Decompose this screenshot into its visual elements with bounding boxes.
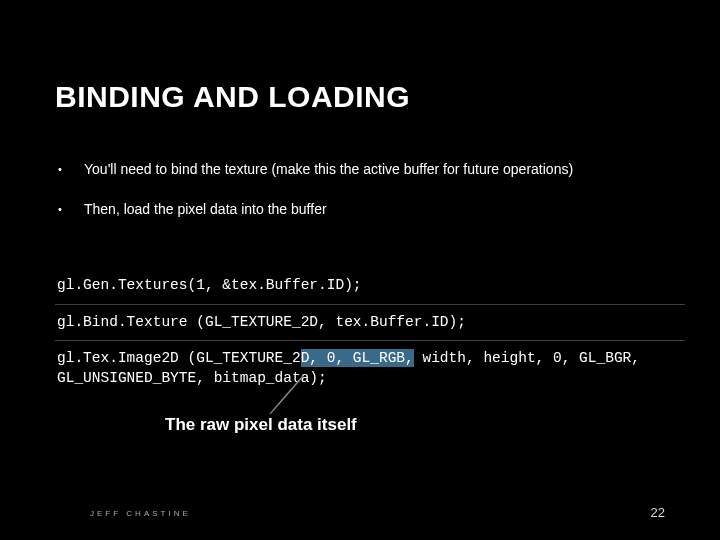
slide-title: BINDING AND LOADING bbox=[55, 80, 410, 114]
bullet-marker: • bbox=[58, 160, 84, 180]
code-line-1: gl.Gen.Textures(1, &tex.Buffer.ID); bbox=[55, 268, 685, 305]
footer-author: JEFF CHASTINE bbox=[90, 509, 191, 518]
code-highlight: D, 0, GL_RGB, bbox=[301, 349, 414, 367]
code-block: gl.Gen.Textures(1, &tex.Buffer.ID); gl.B… bbox=[55, 268, 685, 396]
annotation-label: The raw pixel data itself bbox=[165, 415, 357, 435]
code-seg: gl.Tex.Image2D (GL_TEXTURE_2 bbox=[57, 350, 301, 366]
shadow-overlay bbox=[0, 400, 720, 490]
bullet-marker: • bbox=[58, 200, 84, 220]
bullet-item: • Then, load the pixel data into the buf… bbox=[58, 200, 670, 220]
code-bitmap-arg: bitmap_data bbox=[214, 370, 310, 386]
code-line-3: gl.Tex.Image2D (GL_TEXTURE_2D, 0, GL_RGB… bbox=[55, 341, 685, 396]
code-line-2: gl.Bind.Texture (GL_TEXTURE_2D, tex.Buff… bbox=[55, 305, 685, 342]
code-seg: ); bbox=[309, 370, 326, 386]
bullet-list: • You'll need to bind the texture (make … bbox=[58, 160, 670, 239]
bullet-item: • You'll need to bind the texture (make … bbox=[58, 160, 670, 180]
bullet-text: Then, load the pixel data into the buffe… bbox=[84, 200, 670, 220]
footer-page-number: 22 bbox=[651, 505, 665, 520]
bullet-text: You'll need to bind the texture (make th… bbox=[84, 160, 670, 180]
slide: BINDING AND LOADING • You'll need to bin… bbox=[0, 0, 720, 540]
